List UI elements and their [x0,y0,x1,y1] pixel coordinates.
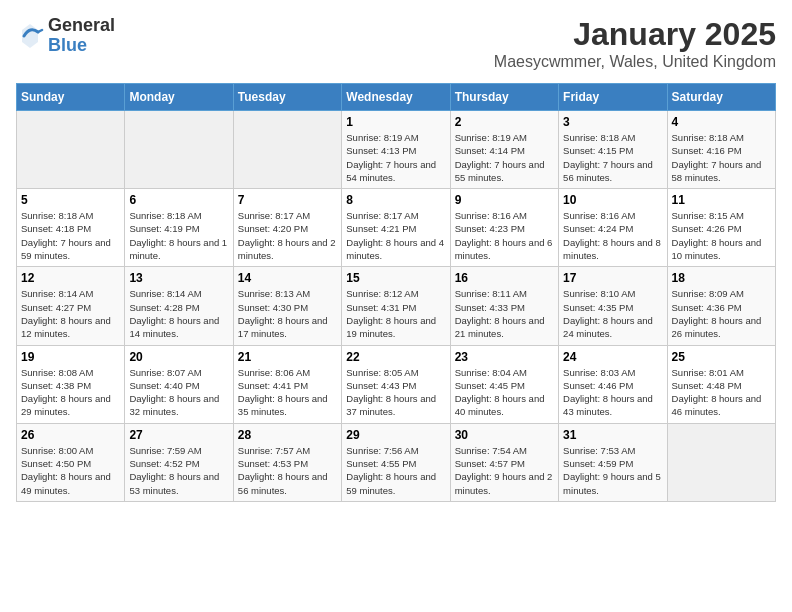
day-number: 2 [455,115,554,129]
logo-icon [16,22,44,50]
day-number: 6 [129,193,228,207]
calendar-cell: 30Sunrise: 7:54 AM Sunset: 4:57 PM Dayli… [450,423,558,501]
week-row-3: 12Sunrise: 8:14 AM Sunset: 4:27 PM Dayli… [17,267,776,345]
week-row-1: 1Sunrise: 8:19 AM Sunset: 4:13 PM Daylig… [17,111,776,189]
day-info: Sunrise: 8:07 AM Sunset: 4:40 PM Dayligh… [129,366,228,419]
calendar-title-area: January 2025 Maesycwmmer, Wales, United … [494,16,776,71]
calendar-cell: 12Sunrise: 8:14 AM Sunset: 4:27 PM Dayli… [17,267,125,345]
day-info: Sunrise: 8:18 AM Sunset: 4:15 PM Dayligh… [563,131,662,184]
calendar-cell: 14Sunrise: 8:13 AM Sunset: 4:30 PM Dayli… [233,267,341,345]
day-number: 5 [21,193,120,207]
calendar-cell: 10Sunrise: 8:16 AM Sunset: 4:24 PM Dayli… [559,189,667,267]
day-info: Sunrise: 8:18 AM Sunset: 4:16 PM Dayligh… [672,131,771,184]
calendar-cell: 29Sunrise: 7:56 AM Sunset: 4:55 PM Dayli… [342,423,450,501]
day-number: 25 [672,350,771,364]
day-info: Sunrise: 8:19 AM Sunset: 4:14 PM Dayligh… [455,131,554,184]
day-number: 31 [563,428,662,442]
calendar-header: Sunday Monday Tuesday Wednesday Thursday… [17,84,776,111]
calendar-cell: 17Sunrise: 8:10 AM Sunset: 4:35 PM Dayli… [559,267,667,345]
col-wednesday: Wednesday [342,84,450,111]
day-info: Sunrise: 7:59 AM Sunset: 4:52 PM Dayligh… [129,444,228,497]
day-info: Sunrise: 8:19 AM Sunset: 4:13 PM Dayligh… [346,131,445,184]
calendar-cell: 16Sunrise: 8:11 AM Sunset: 4:33 PM Dayli… [450,267,558,345]
day-number: 27 [129,428,228,442]
calendar-cell [233,111,341,189]
page-header: General Blue January 2025 Maesycwmmer, W… [16,16,776,71]
calendar-cell: 1Sunrise: 8:19 AM Sunset: 4:13 PM Daylig… [342,111,450,189]
day-info: Sunrise: 8:11 AM Sunset: 4:33 PM Dayligh… [455,287,554,340]
day-number: 22 [346,350,445,364]
calendar-table: Sunday Monday Tuesday Wednesday Thursday… [16,83,776,502]
day-info: Sunrise: 8:14 AM Sunset: 4:28 PM Dayligh… [129,287,228,340]
day-number: 3 [563,115,662,129]
day-info: Sunrise: 8:03 AM Sunset: 4:46 PM Dayligh… [563,366,662,419]
calendar-cell: 3Sunrise: 8:18 AM Sunset: 4:15 PM Daylig… [559,111,667,189]
day-number: 4 [672,115,771,129]
logo-blue: Blue [48,35,87,55]
day-number: 29 [346,428,445,442]
day-number: 19 [21,350,120,364]
calendar-cell: 27Sunrise: 7:59 AM Sunset: 4:52 PM Dayli… [125,423,233,501]
day-info: Sunrise: 8:17 AM Sunset: 4:20 PM Dayligh… [238,209,337,262]
calendar-cell: 9Sunrise: 8:16 AM Sunset: 4:23 PM Daylig… [450,189,558,267]
day-number: 13 [129,271,228,285]
day-number: 9 [455,193,554,207]
day-info: Sunrise: 7:56 AM Sunset: 4:55 PM Dayligh… [346,444,445,497]
week-row-5: 26Sunrise: 8:00 AM Sunset: 4:50 PM Dayli… [17,423,776,501]
calendar-cell: 28Sunrise: 7:57 AM Sunset: 4:53 PM Dayli… [233,423,341,501]
day-number: 11 [672,193,771,207]
col-friday: Friday [559,84,667,111]
calendar-cell: 19Sunrise: 8:08 AM Sunset: 4:38 PM Dayli… [17,345,125,423]
day-number: 10 [563,193,662,207]
calendar-cell: 21Sunrise: 8:06 AM Sunset: 4:41 PM Dayli… [233,345,341,423]
day-info: Sunrise: 7:54 AM Sunset: 4:57 PM Dayligh… [455,444,554,497]
day-info: Sunrise: 8:05 AM Sunset: 4:43 PM Dayligh… [346,366,445,419]
calendar-cell: 2Sunrise: 8:19 AM Sunset: 4:14 PM Daylig… [450,111,558,189]
calendar-cell: 8Sunrise: 8:17 AM Sunset: 4:21 PM Daylig… [342,189,450,267]
week-row-4: 19Sunrise: 8:08 AM Sunset: 4:38 PM Dayli… [17,345,776,423]
day-number: 14 [238,271,337,285]
logo-text: General Blue [48,16,115,56]
logo: General Blue [16,16,115,56]
calendar-cell: 6Sunrise: 8:18 AM Sunset: 4:19 PM Daylig… [125,189,233,267]
day-number: 7 [238,193,337,207]
day-info: Sunrise: 8:08 AM Sunset: 4:38 PM Dayligh… [21,366,120,419]
day-number: 24 [563,350,662,364]
calendar-cell: 31Sunrise: 7:53 AM Sunset: 4:59 PM Dayli… [559,423,667,501]
day-number: 21 [238,350,337,364]
calendar-cell: 24Sunrise: 8:03 AM Sunset: 4:46 PM Dayli… [559,345,667,423]
day-info: Sunrise: 8:13 AM Sunset: 4:30 PM Dayligh… [238,287,337,340]
calendar-cell: 26Sunrise: 8:00 AM Sunset: 4:50 PM Dayli… [17,423,125,501]
col-tuesday: Tuesday [233,84,341,111]
calendar-cell [125,111,233,189]
day-info: Sunrise: 8:01 AM Sunset: 4:48 PM Dayligh… [672,366,771,419]
day-number: 15 [346,271,445,285]
calendar-cell: 15Sunrise: 8:12 AM Sunset: 4:31 PM Dayli… [342,267,450,345]
day-number: 18 [672,271,771,285]
day-info: Sunrise: 8:18 AM Sunset: 4:19 PM Dayligh… [129,209,228,262]
day-number: 20 [129,350,228,364]
calendar-cell: 22Sunrise: 8:05 AM Sunset: 4:43 PM Dayli… [342,345,450,423]
day-number: 28 [238,428,337,442]
day-info: Sunrise: 8:12 AM Sunset: 4:31 PM Dayligh… [346,287,445,340]
day-number: 8 [346,193,445,207]
day-info: Sunrise: 7:57 AM Sunset: 4:53 PM Dayligh… [238,444,337,497]
day-number: 30 [455,428,554,442]
calendar-cell: 7Sunrise: 8:17 AM Sunset: 4:20 PM Daylig… [233,189,341,267]
calendar-cell: 11Sunrise: 8:15 AM Sunset: 4:26 PM Dayli… [667,189,775,267]
day-info: Sunrise: 8:09 AM Sunset: 4:36 PM Dayligh… [672,287,771,340]
day-info: Sunrise: 8:04 AM Sunset: 4:45 PM Dayligh… [455,366,554,419]
day-number: 1 [346,115,445,129]
week-row-2: 5Sunrise: 8:18 AM Sunset: 4:18 PM Daylig… [17,189,776,267]
calendar-cell [17,111,125,189]
location-title: Maesycwmmer, Wales, United Kingdom [494,53,776,71]
day-info: Sunrise: 8:00 AM Sunset: 4:50 PM Dayligh… [21,444,120,497]
calendar-cell: 23Sunrise: 8:04 AM Sunset: 4:45 PM Dayli… [450,345,558,423]
day-number: 17 [563,271,662,285]
col-sunday: Sunday [17,84,125,111]
day-number: 23 [455,350,554,364]
calendar-cell: 5Sunrise: 8:18 AM Sunset: 4:18 PM Daylig… [17,189,125,267]
day-number: 26 [21,428,120,442]
calendar-cell: 13Sunrise: 8:14 AM Sunset: 4:28 PM Dayli… [125,267,233,345]
calendar-cell: 4Sunrise: 8:18 AM Sunset: 4:16 PM Daylig… [667,111,775,189]
